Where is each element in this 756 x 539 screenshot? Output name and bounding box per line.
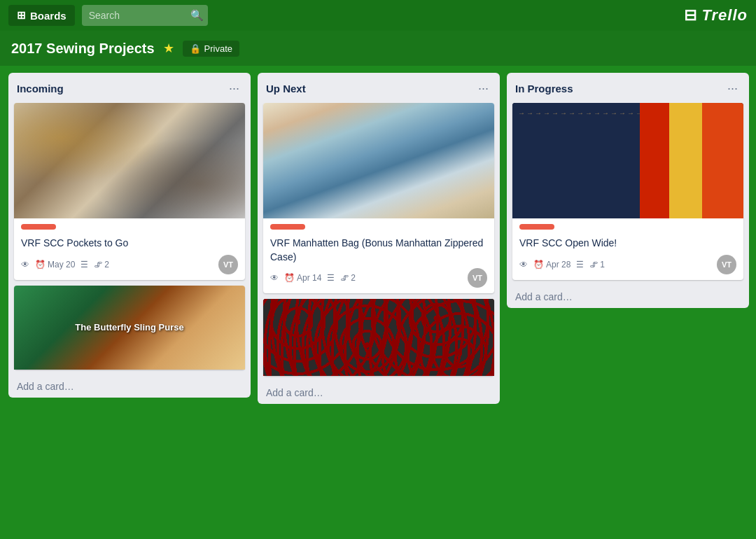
search-icon[interactable]: 🔍	[190, 9, 204, 22]
date-manhattan: ⏰ Apr 14	[284, 273, 321, 283]
clock-icon: ⏰	[35, 260, 46, 270]
boards-grid-icon: ⊞	[17, 9, 26, 22]
card-image-butterfly: The Butterfly Sling Purse	[14, 286, 245, 370]
card-meta-scc-pockets: 👁 ⏰ May 20 ☰ 🖇 2 VT	[21, 255, 238, 274]
column-title-incoming: Incoming	[17, 83, 64, 94]
attach-manhattan: 🖇 2	[340, 273, 356, 283]
date-open-wide: ⏰ Apr 28	[533, 260, 570, 270]
card-meta-open-wide: 👁 ⏰ Apr 28 ☰ 🖇 1 VT	[519, 255, 736, 274]
card-image-manhattan	[263, 103, 494, 218]
column-menu-button-incoming[interactable]: ···	[226, 80, 242, 97]
watch-icon-open-wide: 👁	[519, 260, 528, 270]
app-header: ⊞ Boards 🔍 ⊟ Trello	[0, 0, 756, 31]
watch-icon-manhattan: 👁	[270, 273, 279, 283]
date-scc: ⏰ May 20	[35, 260, 75, 270]
column-title-up-next: Up Next	[266, 83, 306, 94]
card-scc-pockets[interactable]: VRF SCC Pockets to Go 👁 ⏰ May 20 ☰ 🖇 2 V…	[14, 103, 245, 280]
card-image-cherry	[263, 299, 494, 376]
butterfly-title-overlay: The Butterfly Sling Purse	[69, 316, 189, 338]
watch-icon-scc: 👁	[21, 260, 29, 270]
column-menu-button-up-next[interactable]: ···	[475, 80, 491, 97]
list-icon-open-wide: ☰	[576, 260, 584, 270]
card-manhattan[interactable]: VRF Manhatten Bag (Bonus Manhattan Zippe…	[263, 103, 494, 293]
card-image-open-wide: →→→→→→→→→→→→→→→→→→→→→→→→→→→→→→→→→→→→→→→→…	[512, 103, 743, 218]
trello-logo-text: Trello	[701, 6, 748, 24]
boards-button[interactable]: ⊞ Boards	[8, 5, 75, 26]
avatar-scc-pockets: VT	[218, 255, 238, 274]
trello-logo: ⊟ Trello	[684, 6, 748, 24]
card-label-manhattan	[270, 224, 305, 230]
column-title-in-progress: In Progress	[515, 83, 573, 94]
card-image-scc-pockets	[14, 103, 245, 218]
card-body-scc-pockets: VRF SCC Pockets to Go 👁 ⏰ May 20 ☰ 🖇 2 V…	[14, 218, 245, 280]
cards-container-up-next: VRF Manhatten Bag (Bonus Manhattan Zippe…	[258, 103, 500, 382]
search-input[interactable]	[82, 5, 208, 26]
card-meta-manhattan: 👁 ⏰ Apr 14 ☰ 🖇 2 VT	[270, 268, 487, 288]
search-container: 🔍	[82, 5, 208, 26]
private-label: Private	[204, 43, 232, 54]
card-label-open-wide	[519, 224, 554, 230]
column-in-progress: In Progress ··· →→→→→→→→→→→→→→→→→→→→→→→→…	[507, 73, 749, 308]
clock-icon: ⏰	[533, 260, 544, 270]
lock-icon: 🔒	[190, 43, 201, 54]
clip-icon: 🖇	[589, 260, 598, 270]
boards-label: Boards	[30, 10, 66, 22]
card-label-scc-pockets	[21, 224, 56, 230]
add-card-button-up-next[interactable]: Add a card…	[258, 382, 500, 404]
add-card-button-in-progress[interactable]: Add a card…	[507, 286, 749, 308]
header-left: ⊞ Boards 🔍	[8, 5, 208, 26]
card-body-manhattan: VRF Manhatten Bag (Bonus Manhattan Zippe…	[263, 218, 494, 293]
card-open-wide[interactable]: →→→→→→→→→→→→→→→→→→→→→→→→→→→→→→→→→→→→→→→→…	[512, 103, 743, 280]
cards-container-incoming: VRF SCC Pockets to Go 👁 ⏰ May 20 ☰ 🖇 2 V…	[8, 103, 251, 375]
avatar-manhattan: VT	[468, 268, 487, 288]
column-incoming: Incoming ··· VRF SCC Pockets to Go 👁 ⏰ M…	[8, 73, 251, 398]
list-icon-scc: ☰	[80, 260, 88, 270]
clock-icon: ⏰	[284, 273, 295, 283]
card-butterfly[interactable]: The Butterfly Sling Purse	[14, 286, 245, 370]
attach-scc: 🖇 2	[94, 260, 109, 270]
card-body-open-wide: VRF SCC Open Wide! 👁 ⏰ Apr 28 ☰ 🖇 1 VT	[512, 218, 743, 280]
list-icon-manhattan: ☰	[327, 273, 335, 283]
trello-logo-icon: ⊟	[684, 6, 697, 24]
column-header-up-next: Up Next ···	[258, 73, 500, 103]
board-title-bar: 2017 Sewing Projects ★ 🔒 Private	[0, 31, 756, 66]
board-content: Incoming ··· VRF SCC Pockets to Go 👁 ⏰ M…	[0, 66, 756, 539]
avatar-open-wide: VT	[717, 255, 736, 274]
card-title-open-wide: VRF SCC Open Wide!	[519, 237, 736, 251]
add-card-button-incoming[interactable]: Add a card…	[8, 375, 251, 398]
attach-open-wide: 🖇 1	[589, 260, 605, 270]
private-badge[interactable]: 🔒 Private	[183, 41, 239, 57]
cards-container-in-progress: →→→→→→→→→→→→→→→→→→→→→→→→→→→→→→→→→→→→→→→→…	[507, 103, 749, 286]
column-header-incoming: Incoming ···	[8, 73, 251, 103]
column-header-in-progress: In Progress ···	[507, 73, 749, 103]
card-cherry[interactable]	[263, 299, 494, 376]
clip-icon: 🖇	[94, 260, 102, 270]
card-title-scc-pockets: VRF SCC Pockets to Go	[21, 237, 238, 251]
board-title: 2017 Sewing Projects	[11, 41, 155, 57]
clip-icon: 🖇	[340, 273, 349, 283]
column-up-next: Up Next ··· VRF Manhatten Bag (Bonus Man…	[258, 73, 500, 404]
card-title-manhattan: VRF Manhatten Bag (Bonus Manhattan Zippe…	[270, 237, 487, 264]
star-button[interactable]: ★	[163, 41, 174, 56]
column-menu-button-in-progress[interactable]: ···	[724, 80, 741, 97]
